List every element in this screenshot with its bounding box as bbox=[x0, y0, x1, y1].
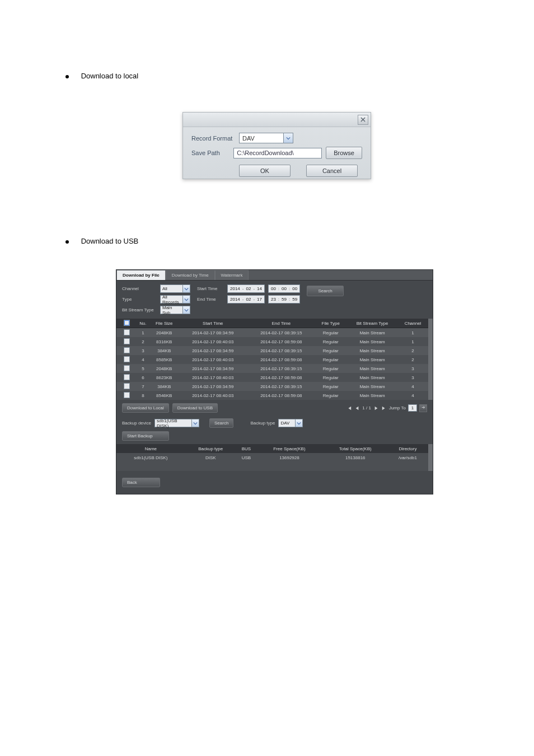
jump-to-input[interactable]: 1 bbox=[408, 404, 417, 412]
col-filetype[interactable]: File Type bbox=[315, 319, 346, 328]
table-row[interactable]: 3384KB2014-02-17 08:34:592014-02-17 08:3… bbox=[116, 346, 433, 355]
end-time-label: End Time bbox=[197, 297, 224, 302]
row-channel: 1 bbox=[399, 337, 427, 346]
scrollbar[interactable] bbox=[428, 319, 433, 400]
start-time-label: Start Time bbox=[197, 286, 224, 291]
tab-row: Download by File Download by Time Waterm… bbox=[116, 270, 433, 281]
chevron-down-icon bbox=[295, 419, 302, 427]
checkbox-icon bbox=[124, 320, 130, 326]
download-to-usb-button[interactable]: Download to USB bbox=[172, 403, 218, 413]
row-no: 3 bbox=[137, 346, 149, 355]
dev-free: 13692928 bbox=[256, 453, 322, 462]
row-check[interactable] bbox=[116, 337, 137, 346]
page-prev-icon[interactable] bbox=[354, 405, 360, 411]
row-channel: 4 bbox=[399, 391, 427, 400]
records-table: No. File Size Start Time End Time File T… bbox=[116, 319, 433, 400]
table-row[interactable]: 28316KB2014-02-17 08:40:032014-02-17 08:… bbox=[116, 337, 433, 346]
row-bitstream: Main Stream bbox=[346, 364, 399, 373]
search-button[interactable]: Search bbox=[307, 286, 344, 296]
row-check[interactable] bbox=[116, 382, 137, 391]
backup-type-select[interactable]: DAV bbox=[278, 419, 303, 427]
col-no[interactable]: No. bbox=[137, 319, 149, 328]
start-backup-button[interactable]: Start Backup bbox=[122, 431, 169, 441]
col-start[interactable]: Start Time bbox=[179, 319, 247, 328]
device-row[interactable]: sdb1(USB DISK) DISK USB 13692928 1513881… bbox=[116, 453, 433, 462]
page-first-icon[interactable] bbox=[346, 405, 352, 411]
table-row[interactable]: 7384KB2014-02-17 08:34:592014-02-17 08:3… bbox=[116, 382, 433, 391]
download-local-dialog: Record Format DAV Save Path C:\RecordDow… bbox=[182, 112, 371, 179]
bullet-download-usb: Download to USB bbox=[65, 237, 138, 245]
row-end: 2014-02-17 08:39:15 bbox=[247, 328, 315, 338]
table-row[interactable]: 88546KB2014-02-17 08:40:032014-02-17 08:… bbox=[116, 391, 433, 400]
page-next-icon[interactable] bbox=[373, 405, 379, 411]
backup-search-button[interactable]: Search bbox=[209, 418, 233, 428]
start-time-input[interactable]: 00:00:00 bbox=[268, 284, 300, 293]
row-no: 1 bbox=[137, 328, 149, 338]
row-check[interactable] bbox=[116, 373, 137, 382]
tab-download-by-file[interactable]: Download by File bbox=[116, 270, 166, 280]
row-channel: 2 bbox=[399, 346, 427, 355]
start-date-input[interactable]: 2014-02-14 bbox=[227, 284, 265, 293]
close-button[interactable] bbox=[358, 115, 368, 125]
col-size[interactable]: File Size bbox=[149, 319, 179, 328]
end-date-input[interactable]: 2014-02-17 bbox=[227, 295, 265, 304]
back-button[interactable]: Back bbox=[122, 478, 160, 487]
filter-area: Channel All Type All Records Bit Stream … bbox=[116, 281, 433, 319]
row-check[interactable] bbox=[116, 355, 137, 364]
chevron-down-icon bbox=[191, 419, 199, 427]
row-filetype: Regular bbox=[315, 391, 346, 400]
go-button[interactable] bbox=[419, 404, 427, 412]
row-size: 8546KB bbox=[149, 391, 179, 400]
row-size: 8585KB bbox=[149, 355, 179, 364]
table-row[interactable]: 12048KB2014-02-17 08:34:592014-02-17 08:… bbox=[116, 328, 433, 338]
col-end[interactable]: End Time bbox=[247, 319, 315, 328]
row-check[interactable] bbox=[116, 328, 137, 338]
row-no: 4 bbox=[137, 355, 149, 364]
row-end: 2014-02-17 08:59:08 bbox=[247, 355, 315, 364]
bullet-text: Download to local bbox=[81, 72, 139, 80]
row-start: 2014-02-17 08:34:59 bbox=[179, 328, 247, 338]
page-last-icon[interactable] bbox=[381, 405, 387, 411]
bitstream-select[interactable]: Main Sub bbox=[160, 306, 190, 314]
cancel-button[interactable]: Cancel bbox=[306, 165, 358, 177]
row-check[interactable] bbox=[116, 391, 137, 400]
scrollbar[interactable] bbox=[428, 444, 433, 471]
end-time-input[interactable]: 23:59:59 bbox=[268, 295, 300, 304]
col-channel[interactable]: Channel bbox=[399, 319, 427, 328]
channel-select[interactable]: All bbox=[160, 284, 190, 293]
save-path-value: C:\RecordDownload\ bbox=[237, 150, 294, 156]
row-end: 2014-02-17 08:39:15 bbox=[247, 346, 315, 355]
record-format-value: DAV bbox=[240, 135, 283, 142]
device-table: Name Backup type BUS Free Space(KB) Tota… bbox=[116, 444, 433, 471]
row-bitstream: Main Stream bbox=[346, 355, 399, 364]
chevron-down-icon bbox=[182, 285, 190, 292]
tab-watermark[interactable]: Watermark bbox=[215, 270, 249, 280]
browse-button[interactable]: Browse bbox=[326, 147, 362, 159]
record-format-select[interactable]: DAV bbox=[239, 133, 293, 143]
table-row[interactable]: 48585KB2014-02-17 08:40:032014-02-17 08:… bbox=[116, 355, 433, 364]
download-panel: Download by File Download by Time Waterm… bbox=[116, 269, 433, 494]
row-start: 2014-02-17 08:34:59 bbox=[179, 382, 247, 391]
close-icon bbox=[360, 115, 366, 124]
row-channel: 4 bbox=[399, 382, 427, 391]
device-header-row: Name Backup type BUS Free Space(KB) Tota… bbox=[116, 444, 433, 453]
ok-button[interactable]: OK bbox=[239, 165, 291, 177]
checkbox-icon bbox=[124, 338, 130, 344]
row-check[interactable] bbox=[116, 346, 137, 355]
type-select[interactable]: All Records bbox=[160, 295, 190, 304]
tab-download-by-time[interactable]: Download by Time bbox=[166, 270, 215, 280]
table-row[interactable]: 68623KB2014-02-17 08:40:032014-02-17 08:… bbox=[116, 373, 433, 382]
row-channel: 2 bbox=[399, 355, 427, 364]
row-end: 2014-02-17 08:59:08 bbox=[247, 337, 315, 346]
download-to-local-button[interactable]: Download to Local bbox=[122, 403, 169, 413]
save-path-input[interactable]: C:\RecordDownload\ bbox=[233, 148, 322, 158]
backup-device-select[interactable]: sdb1(USB DISK) bbox=[154, 419, 199, 427]
page-indicator: 1 / 1 bbox=[362, 405, 371, 410]
col-bitstream[interactable]: Bit Stream Type bbox=[346, 319, 399, 328]
col-check[interactable] bbox=[116, 319, 137, 328]
table-row[interactable]: 52048KB2014-02-17 08:34:592014-02-17 08:… bbox=[116, 364, 433, 373]
row-start: 2014-02-17 08:40:03 bbox=[179, 391, 247, 400]
chevron-down-icon bbox=[283, 133, 293, 143]
row-check[interactable] bbox=[116, 364, 137, 373]
dcol-dir: Directory bbox=[388, 444, 427, 453]
